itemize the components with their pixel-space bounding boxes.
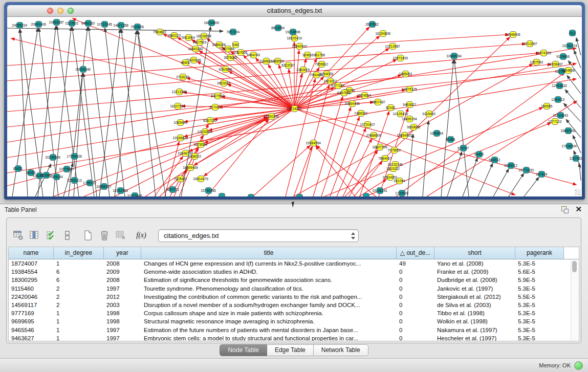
graph-node[interactable]: [399, 190, 405, 196]
graph-node[interactable]: [318, 61, 325, 68]
graph-node[interactable]: [202, 128, 208, 135]
graph-node[interactable]: [558, 68, 565, 75]
graph-node[interactable]: [538, 171, 545, 178]
graph-node[interactable]: [232, 41, 239, 48]
graph-node[interactable]: [71, 153, 78, 160]
network-window[interactable]: citations_edges.txt 24055724206914061065…: [4, 2, 585, 200]
graph-node[interactable]: [380, 30, 386, 37]
graph-node[interactable]: [560, 53, 567, 60]
table-row[interactable]: 946362711997Embryonic stem cells: a mode…: [9, 334, 579, 341]
graph-node[interactable]: [310, 140, 317, 146]
close-panel-icon[interactable]: ✕: [575, 205, 582, 214]
graph-node[interactable]: [387, 174, 394, 181]
graph-node[interactable]: [349, 100, 356, 107]
graph-node[interactable]: [134, 24, 141, 30]
graph-node[interactable]: [382, 155, 388, 162]
graph-node[interactable]: [169, 186, 176, 193]
table-mode-button[interactable]: [12, 229, 25, 242]
graph-node[interactable]: [433, 130, 440, 137]
table-row[interactable]: 2242004622012Investigating the contribut…: [9, 293, 579, 301]
table-row[interactable]: 977716911998Corpus callosum shape and si…: [9, 309, 579, 317]
graph-node[interactable]: [101, 21, 108, 28]
graph-node[interactable]: [227, 54, 234, 61]
graph-node[interactable]: [205, 187, 212, 194]
graph-node[interactable]: [222, 66, 229, 73]
graph-node[interactable]: [190, 57, 197, 63]
graph-node[interactable]: [527, 40, 533, 47]
graph-node[interactable]: [50, 154, 56, 161]
graph-node[interactable]: [406, 101, 413, 108]
column-header-year[interactable]: year: [104, 247, 141, 259]
table-row[interactable]: 911546021997Tourette syndrome. Phenomeno…: [9, 285, 579, 293]
graph-node[interactable]: [221, 80, 227, 86]
graph-node[interactable]: [132, 192, 138, 197]
graph-node[interactable]: [447, 136, 454, 143]
graph-node[interactable]: [358, 110, 364, 117]
graph-node[interactable]: [230, 29, 236, 35]
graph-node[interactable]: [341, 90, 347, 96]
graph-node[interactable]: [16, 22, 23, 29]
graph-node[interactable]: [389, 43, 396, 50]
graph-node[interactable]: [387, 104, 394, 111]
tab-network-table[interactable]: Network Table: [314, 344, 368, 356]
graph-node[interactable]: [175, 103, 181, 110]
graph-node[interactable]: [176, 89, 183, 95]
graph-node[interactable]: [36, 172, 43, 179]
graph-node[interactable]: [510, 31, 516, 38]
graph-node[interactable]: [300, 67, 307, 73]
graph-node[interactable]: [508, 162, 514, 169]
graph-node[interactable]: [182, 150, 189, 157]
graph-node[interactable]: [285, 62, 292, 69]
graph-node[interactable]: [323, 71, 330, 77]
graph-node[interactable]: [402, 71, 409, 77]
graph-node[interactable]: [177, 119, 184, 126]
graph-node[interactable]: [556, 82, 563, 89]
graph-node[interactable]: [364, 121, 371, 128]
graph-node[interactable]: [390, 165, 397, 172]
graph-node[interactable]: [197, 39, 203, 46]
graph-node[interactable]: [15, 165, 21, 172]
float-panel-icon[interactable]: [561, 206, 569, 213]
graph-node[interactable]: [565, 67, 572, 74]
graph-node[interactable]: [117, 187, 124, 194]
column-header-in_degree[interactable]: in_degree: [54, 247, 104, 259]
graph-node[interactable]: [263, 58, 270, 64]
graph-node[interactable]: [313, 72, 320, 78]
graph-node[interactable]: [80, 66, 86, 73]
graph-node[interactable]: [182, 59, 189, 66]
column-header-pagerank[interactable]: pagerank: [515, 247, 564, 259]
graph-node[interactable]: [533, 59, 540, 65]
graph-node[interactable]: [315, 52, 322, 58]
graph-node[interactable]: [396, 178, 403, 184]
graph-node[interactable]: [335, 82, 341, 89]
graph-node[interactable]: [86, 180, 93, 186]
graph-node[interactable]: [63, 166, 70, 172]
graph-node[interactable]: [177, 176, 184, 182]
graph-node[interactable]: [185, 34, 192, 41]
graph-node[interactable]: [397, 55, 404, 61]
graph-node[interactable]: [214, 93, 221, 99]
graph-node[interactable]: [552, 118, 558, 125]
graph-node[interactable]: [69, 20, 75, 27]
tab-edge-table[interactable]: Edge Table: [267, 344, 314, 356]
graph-node[interactable]: [171, 32, 178, 39]
graph-node[interactable]: [371, 132, 377, 139]
graph-node[interactable]: [275, 25, 281, 31]
graph-node[interactable]: [291, 35, 298, 41]
graph-node[interactable]: [118, 22, 124, 29]
network-window-titlebar[interactable]: citations_edges.txt: [7, 5, 582, 17]
graph-node[interactable]: [565, 127, 572, 134]
graph-node[interactable]: [207, 117, 213, 124]
graph-node[interactable]: [198, 176, 204, 182]
graph-node[interactable]: [43, 172, 50, 179]
graph-node[interactable]: [566, 143, 573, 149]
graph-node[interactable]: [460, 145, 467, 151]
graph-node[interactable]: [248, 194, 254, 197]
table-row[interactable]: 946554611997Estimation of the future num…: [9, 326, 579, 334]
new-table-button[interactable]: [81, 229, 95, 242]
graph-node[interactable]: [191, 153, 198, 160]
table-row[interactable]: 1830029562008Estimation of significance …: [9, 276, 579, 284]
graph-node[interactable]: [397, 111, 404, 117]
graph-node[interactable]: [225, 46, 231, 52]
graph-node[interactable]: [177, 135, 184, 141]
